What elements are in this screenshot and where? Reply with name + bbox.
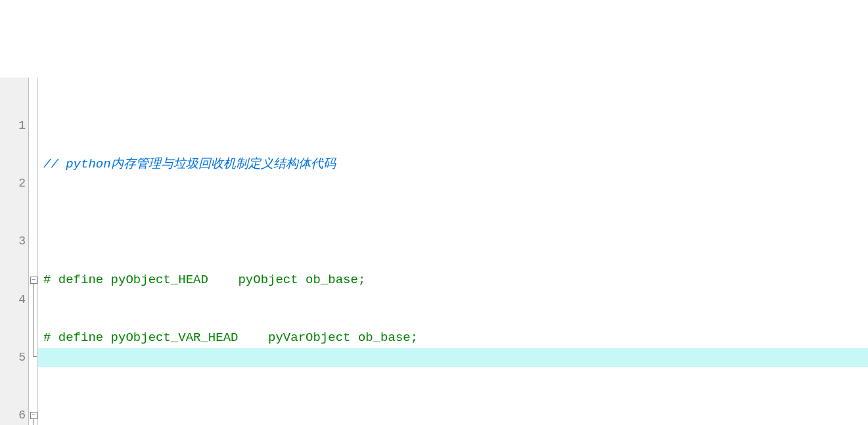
- code-line[interactable]: // python内存管理与垃圾回收机制定义结构体代码: [43, 155, 868, 174]
- preprocessor: # define pyObject_HEAD pyObject ob_base;: [43, 273, 365, 287]
- code-area[interactable]: // python内存管理与垃圾回收机制定义结构体代码 # define pyO…: [38, 78, 868, 425]
- code-editor[interactable]: 1 2 3 4 5 6 7 8 9 10 11 12 13 14 15 16 1…: [0, 78, 868, 425]
- code-line[interactable]: # define pyObject_VAR_HEAD pyVarObject o…: [43, 328, 868, 347]
- line-number: 2: [0, 174, 26, 193]
- preprocessor: # define pyObject_VAR_HEAD pyVarObject o…: [43, 330, 418, 345]
- fold-toggle-icon[interactable]: −: [30, 412, 37, 419]
- line-number: 4: [0, 290, 26, 309]
- fold-guide-end: [33, 356, 37, 357]
- line-number: 3: [0, 232, 26, 251]
- line-number: 5: [0, 348, 26, 367]
- fold-guide: [33, 419, 34, 425]
- line-number: 6: [0, 406, 26, 425]
- code-line[interactable]: [43, 213, 868, 232]
- line-number: 1: [0, 116, 26, 135]
- comment: // python内存管理与垃圾回收机制定义结构体代码: [43, 157, 336, 171]
- current-line-highlight: [38, 348, 868, 367]
- line-number-gutter: 1 2 3 4 5 6 7 8 9 10 11 12 13 14 15 16 1…: [0, 78, 29, 425]
- code-line[interactable]: [43, 387, 868, 406]
- fold-column: − −: [29, 78, 38, 425]
- code-line[interactable]: # define pyObject_HEAD pyObject ob_base;: [43, 271, 868, 290]
- fold-guide: [33, 284, 34, 356]
- fold-toggle-icon[interactable]: −: [30, 277, 37, 284]
